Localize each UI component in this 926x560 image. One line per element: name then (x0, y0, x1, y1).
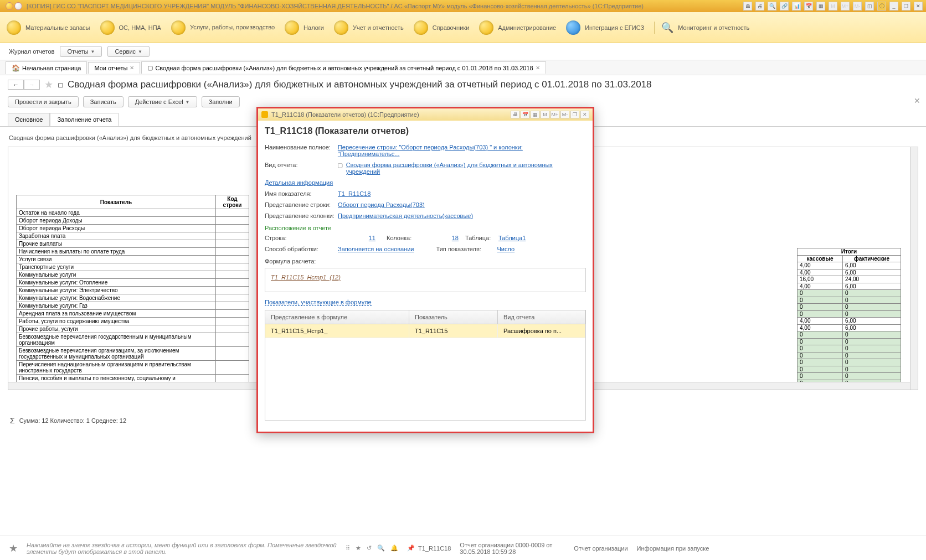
formula-link[interactable]: T1_R11C15_Нстр1_(12) (271, 274, 341, 281)
excel-dropdown[interactable]: Действие с Excel▼ (128, 96, 197, 107)
minimize-icon[interactable]: _ (889, 2, 898, 11)
close-icon[interactable]: ✕ (914, 2, 923, 11)
totals-row[interactable]: 00 (798, 359, 901, 366)
vertical-scrollbar[interactable] (910, 147, 918, 390)
report-row[interactable]: Прочие работы, услуги (17, 325, 249, 333)
footer-org-report[interactable]: Отчет организации 0000-0009 от 30.05.201… (460, 542, 565, 555)
totals-row[interactable]: 00 (798, 366, 901, 373)
back-button[interactable]: ← (8, 80, 24, 90)
modal-m-icon[interactable]: M (541, 111, 549, 118)
totals-row[interactable]: 00 (798, 297, 901, 304)
report-row[interactable]: Коммунальные услуги: Электричество (17, 287, 249, 294)
service-dropdown[interactable]: Сервис▼ (107, 46, 150, 57)
modal-grid-icon[interactable]: ▦ (531, 111, 539, 118)
modal-calendar-icon[interactable]: 📅 (521, 111, 529, 118)
totals-row[interactable]: 00 (798, 310, 901, 318)
totals-row[interactable]: 00 (798, 338, 901, 345)
footer-info[interactable]: Информация при запуске (637, 545, 709, 552)
nav-accounting[interactable]: Учет и отчетность (334, 20, 404, 35)
tab-home[interactable]: 🏠Начальная страница (6, 61, 87, 74)
report-row[interactable]: Остаток на начало года (17, 209, 249, 217)
report-row[interactable]: Коммунальные услуги: Газ (17, 302, 249, 310)
colrep-link[interactable]: Предпринимательская деятельность(кассовы… (338, 212, 473, 219)
totals-row[interactable]: 00 (798, 304, 901, 311)
report-table[interactable]: ПоказательКод строки Остаток на начало г… (16, 195, 249, 390)
inner-tab-fill[interactable]: Заполнение отчета (50, 113, 119, 126)
modal-mminus-icon[interactable]: M- (560, 111, 569, 118)
apps-icon[interactable]: ⠿ (346, 545, 350, 552)
report-row[interactable]: Работы, услуги по содержанию имущества (17, 318, 249, 325)
post-close-button[interactable]: Провести и закрыть (8, 96, 79, 107)
save-button[interactable]: Записать (83, 96, 124, 107)
favorite-star-icon[interactable]: ★ (44, 79, 53, 91)
totals-row[interactable]: 4,006,00 (798, 262, 901, 269)
grid-row[interactable]: T1_R11C15_Нстр1_ T1_R11C15 Расшифровка п… (265, 324, 585, 338)
footer-star-icon[interactable]: ★ (9, 542, 18, 554)
nav-taxes[interactable]: Налоги (285, 20, 324, 35)
totals-row[interactable]: 4,006,00 (798, 318, 901, 325)
footer-code[interactable]: 📌T1_R11C18 (407, 545, 451, 552)
mplus-icon[interactable]: M+ (841, 2, 850, 11)
column-link[interactable]: 18 (425, 235, 459, 241)
print-icon[interactable]: 🖶 (743, 2, 752, 11)
report-row[interactable]: Транспортные услуги (17, 263, 249, 271)
participants-grid[interactable]: Представление в формуле Показатель Вид о… (265, 310, 586, 421)
print2-icon[interactable]: 🖨 (755, 2, 764, 11)
nav-materials[interactable]: Материальные запасы (7, 20, 90, 35)
search-icon[interactable]: 🔍 (768, 2, 776, 11)
nav-refs[interactable]: Справочники (414, 20, 470, 35)
modal-mplus-icon[interactable]: M+ (551, 111, 559, 118)
dropdown-icon[interactable] (14, 2, 22, 10)
grid-icon[interactable]: ▦ (816, 2, 825, 11)
report-row[interactable]: Безвозмездные перечисления организациям,… (17, 347, 249, 361)
nav-services[interactable]: Услуги, работы, производство (171, 20, 275, 35)
nav-os[interactable]: ОС, НМА, НПА (100, 20, 161, 35)
report-row[interactable]: Арендная плата за пользование имуществом (17, 310, 249, 318)
search2-icon[interactable]: 🔍 (377, 545, 385, 552)
tab-my-reports[interactable]: Мои отчеты✕ (88, 62, 140, 74)
info-icon[interactable]: ⓘ (877, 2, 886, 11)
nav-monitoring[interactable]: 🔍Мониторинг и отчетность (654, 22, 749, 34)
totals-row[interactable]: 4,006,00 (798, 324, 901, 331)
page-close-icon[interactable]: ✕ (914, 96, 920, 105)
indname-link[interactable]: T1_R11C18 (338, 190, 371, 197)
calendar-icon[interactable]: 📅 (804, 2, 813, 11)
report-row[interactable]: Заработная плата (17, 232, 249, 240)
report-row[interactable]: Оборот периода Доходы (17, 217, 249, 225)
history-icon[interactable]: ↺ (367, 545, 372, 552)
proc-link[interactable]: Заполняется на основании (338, 246, 414, 252)
report-row[interactable]: Начисления на выплаты по оплате труда (17, 248, 249, 256)
detail-link[interactable]: Детальная информация (265, 179, 333, 186)
report-row[interactable]: Коммунальные услуги: Водоснабжение (17, 294, 249, 302)
totals-row[interactable]: 00 (798, 345, 901, 352)
inner-tab-main[interactable]: Основное (8, 113, 50, 126)
report-row[interactable]: Перечисления наднациональным организация… (17, 361, 249, 375)
modal-close-icon[interactable]: ✕ (580, 111, 589, 118)
totals-row[interactable]: 00 (798, 290, 901, 297)
footer-org-label[interactable]: Отчет организации (574, 545, 627, 552)
journal-link[interactable]: Журнал отчетов (9, 48, 54, 55)
nav-admin[interactable]: Администрирование (479, 20, 556, 35)
type-link[interactable]: Число (497, 246, 515, 252)
nav-egisz[interactable]: Интеграция с ЕГИСЗ (566, 20, 644, 35)
report-row[interactable]: Услуги связи (17, 256, 249, 263)
link-icon[interactable]: 🔗 (780, 2, 789, 11)
table-link[interactable]: Таблица1 (498, 235, 526, 241)
fill-button[interactable]: Заполни (202, 96, 240, 107)
modal-restore-icon[interactable]: ❐ (570, 111, 579, 118)
totals-row[interactable]: 4,006,00 (798, 283, 901, 290)
totals-row[interactable]: 16,0024,00 (798, 276, 901, 283)
fullname-link[interactable]: Пересечение строки: "Оборот периода Расх… (338, 144, 586, 157)
report-row[interactable]: Безвозмездные перечисления государственн… (17, 333, 249, 347)
tab-document[interactable]: ▢Сводная форма расшифровки («Анализ») дл… (141, 61, 546, 74)
report-row[interactable]: Оборот периода Расходы (17, 225, 249, 232)
participants-link[interactable]: Показатели, участвующие в формуле (265, 299, 372, 306)
tab-close-icon[interactable]: ✕ (536, 65, 540, 71)
report-row[interactable]: Прочие выплаты (17, 240, 249, 248)
panel-icon[interactable]: ◫ (865, 2, 874, 11)
report-row[interactable]: Коммунальные услуги: Отопление (17, 279, 249, 287)
maximize-icon[interactable]: ❐ (902, 2, 910, 11)
line-link[interactable]: 11 (298, 235, 375, 241)
m-icon[interactable]: M (829, 2, 837, 11)
totals-row[interactable]: 00 (798, 331, 901, 339)
